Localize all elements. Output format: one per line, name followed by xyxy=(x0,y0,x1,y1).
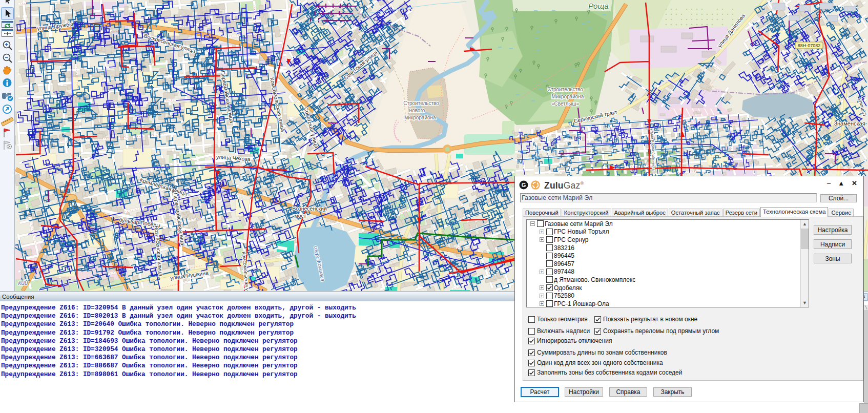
svg-text:Строительство: Строительство xyxy=(403,100,439,106)
svg-text:Роща: Роща xyxy=(588,2,608,10)
svg-text:G: G xyxy=(522,182,526,188)
svg-text:мост: мост xyxy=(294,213,306,219)
svg-text:88Н-07082: 88Н-07082 xyxy=(798,43,821,48)
svg-text:Микрорайона: Микрорайона xyxy=(552,94,584,99)
svg-text:Вознесенский: Вознесенский xyxy=(292,205,327,212)
svg-text:микрорайона: микрорайона xyxy=(404,115,436,120)
svg-text:«Светлыш»: «Светлыш» xyxy=(551,101,580,107)
svg-text:Строительство: Строительство xyxy=(547,87,583,92)
svg-text:кий: кий xyxy=(18,279,28,286)
svg-text:нового: нового xyxy=(409,108,425,113)
svg-text:Знаменская: Знаменская xyxy=(834,120,865,127)
